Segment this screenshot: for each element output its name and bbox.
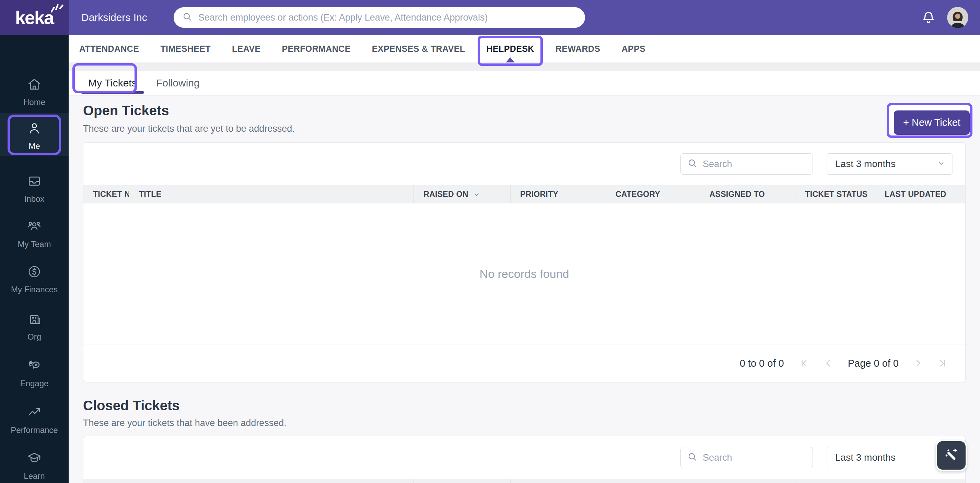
sidebar: Home Me Inbox My Team My Finances Org En… [0,35,68,483]
tab-expenses-travel[interactable]: EXPENSES & TRAVEL [361,35,476,62]
open-tickets-search-input[interactable] [703,159,807,170]
sidebar-item-home[interactable]: Home [0,77,68,117]
closed-tickets-search[interactable] [681,447,813,468]
tab-performance[interactable]: PERFORMANCE [271,35,361,62]
sidebar-item-label: Performance [11,425,58,435]
sidebar-item-label: Org [27,332,41,342]
user-avatar[interactable] [947,7,968,28]
open-tickets-date-filter[interactable]: Last 3 months [827,153,953,175]
main-content: ATTENDANCE TIMESHEET LEAVE PERFORMANCE E… [68,35,980,483]
column-header[interactable] [510,479,606,483]
pagination-next-icon[interactable] [913,358,923,369]
tab-leave[interactable]: LEAVE [221,35,271,62]
sidebar-item-label: Learn [24,471,45,481]
closed-tickets-card: Last 3 months [83,436,966,483]
tab-rewards[interactable]: REWARDS [545,35,611,62]
tickets-page-body: Open Tickets These are your tickets that… [68,95,980,483]
keka-logo[interactable]: keka [0,0,68,35]
building-icon [27,311,42,328]
sort-chevron-icon [473,191,481,199]
sidebar-item-performance[interactable]: Performance [0,404,68,445]
column-header-ticket-status[interactable]: TICKET STATUS [795,185,875,203]
sidebar-item-inbox[interactable]: Inbox [0,173,68,214]
subtab-following[interactable]: Following [156,71,200,95]
column-header-category[interactable]: CATEGORY [606,185,700,203]
date-filter-value: Last 3 months [835,159,937,170]
sidebar-item-my-team[interactable]: My Team [0,218,68,259]
column-header[interactable] [606,479,700,483]
sidebar-item-label: Engage [20,379,49,388]
column-header-raised-on[interactable]: RAISED ON [414,185,510,203]
graduation-cap-icon [26,450,42,467]
closed-tickets-search-input[interactable] [703,453,807,463]
pagination-first-icon[interactable] [799,358,809,369]
nav-divider-band [68,62,980,71]
sidebar-item-org[interactable]: Org [0,311,68,352]
sidebar-item-label: Me [29,141,40,151]
magic-wand-icon [942,446,961,466]
logo-text: keka [15,7,54,28]
sidebar-item-label: Inbox [24,194,45,204]
closed-tickets-table-header [83,479,965,483]
open-tickets-subtitle: These are your tickets that are yet to b… [83,124,295,134]
top-bar: keka Darksiders Inc [0,0,980,35]
column-header-assigned-to[interactable]: ASSIGNED TO [700,185,795,203]
team-icon [26,218,42,235]
tab-helpdesk-label: HELPDESK [486,44,534,54]
column-header-priority[interactable]: PRIORITY [510,185,606,203]
highlight-annotation-new-ticket: + New Ticket [887,103,972,138]
home-icon [27,77,42,93]
tab-helpdesk[interactable]: HELPDESK [476,35,544,62]
active-subtab-underline [81,91,144,94]
ai-assistant-wand-button[interactable] [936,440,967,471]
dollar-icon [27,264,42,281]
company-name: Darksiders Inc [81,0,147,35]
sidebar-item-label: My Finances [11,285,58,294]
column-header[interactable] [414,479,510,483]
column-header-title[interactable]: TITLE [129,185,414,203]
pagination-prev-icon[interactable] [823,358,834,369]
open-tickets-table-header: TICKET NU TITLE RAISED ON PRIORITY CATEG… [83,185,965,203]
sidebar-item-label: My Team [18,240,51,249]
person-icon [27,121,42,137]
inbox-icon [27,173,42,190]
search-icon [687,158,698,170]
column-header[interactable] [129,479,414,483]
closed-tickets-date-filter[interactable]: Last 3 months [827,447,953,468]
global-search-input[interactable] [198,12,577,23]
chevron-down-icon [937,159,946,169]
logo-sparks-icon [49,0,64,16]
column-header[interactable] [83,479,129,483]
sidebar-item-me[interactable]: Me [0,121,68,161]
sidebar-item-learn[interactable]: Learn [0,450,68,483]
closed-tickets-subtitle: These are your tickets that have been ad… [83,418,286,429]
column-header-raised-on-label: RAISED ON [423,190,468,199]
closed-tickets-title: Closed Tickets [83,398,180,413]
chat-heart-icon [26,357,42,375]
trend-up-icon [26,404,42,421]
sidebar-item-my-finances[interactable]: My Finances [0,264,68,305]
global-search-bar[interactable] [173,7,585,28]
new-ticket-button[interactable]: + New Ticket [894,110,970,135]
pagination-page: Page 0 of 0 [848,358,899,369]
tab-timesheet[interactable]: TIMESHEET [150,35,221,62]
tab-apps[interactable]: APPS [611,35,656,62]
column-header[interactable] [875,479,965,483]
search-icon [182,11,193,24]
notifications-bell-icon[interactable] [920,9,937,27]
date-filter-value: Last 3 months [835,452,937,463]
column-header[interactable] [795,479,875,483]
sidebar-item-engage[interactable]: Engage [0,357,68,398]
open-tickets-search[interactable] [681,153,813,175]
column-header-last-updated[interactable]: LAST UPDATED [875,185,965,203]
pagination-last-icon[interactable] [938,358,948,369]
column-header[interactable] [700,479,795,483]
helpdesk-subtabs: My Tickets Following [68,71,980,95]
column-header-ticket-number[interactable]: TICKET NU [83,185,129,203]
subtab-my-tickets-label: My Tickets [88,77,137,89]
open-tickets-card: Last 3 months TICKET NU TITLE RAISED ON … [83,142,966,382]
subtab-my-tickets[interactable]: My Tickets [88,71,137,95]
empty-state-message: No records found [83,203,965,344]
tab-attendance[interactable]: ATTENDANCE [68,35,150,62]
pagination-range: 0 to 0 of 0 [740,358,784,369]
